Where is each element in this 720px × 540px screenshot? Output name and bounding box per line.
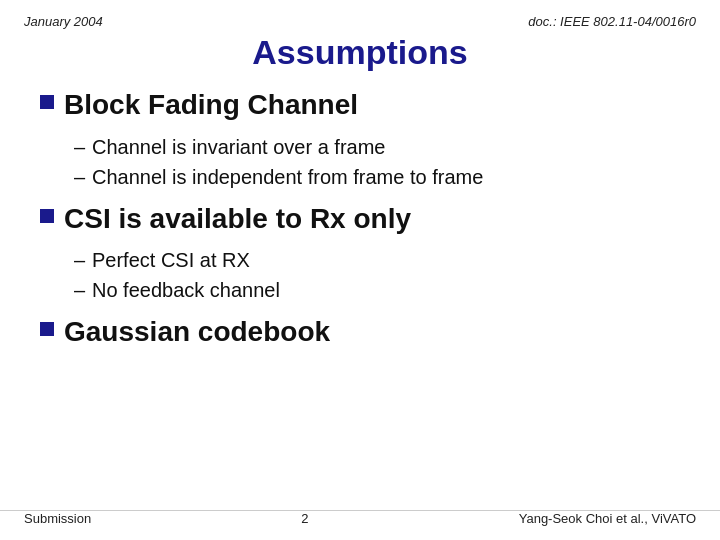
sub-bullet-2-2: No feedback channel bbox=[74, 275, 680, 305]
slide: January 2004 doc.: IEEE 802.11-04/0016r0… bbox=[0, 0, 720, 540]
bullet-text-3: Gaussian codebook bbox=[64, 315, 330, 349]
sub-bullet-2-1: Perfect CSI at RX bbox=[74, 245, 680, 275]
footer-submission: Submission bbox=[24, 511, 91, 526]
header-doc: doc.: IEEE 802.11-04/0016r0 bbox=[528, 14, 696, 29]
sub-bullet-1-2: Channel is independent from frame to fra… bbox=[74, 162, 680, 192]
slide-content: Assumptions Block Fading Channel Channel… bbox=[0, 33, 720, 349]
footer-page: 2 bbox=[301, 511, 308, 526]
bullet-item-csi: CSI is available to Rx only bbox=[40, 202, 680, 236]
sub-bullet-1-1: Channel is invariant over a frame bbox=[74, 132, 680, 162]
header-date: January 2004 bbox=[24, 14, 103, 29]
bullet-square-3 bbox=[40, 322, 54, 336]
sub-bullets-1: Channel is invariant over a frame Channe… bbox=[74, 132, 680, 192]
bullet-item-gaussian: Gaussian codebook bbox=[40, 315, 680, 349]
bullet-item-block-fading: Block Fading Channel bbox=[40, 88, 680, 122]
sub-bullets-2: Perfect CSI at RX No feedback channel bbox=[74, 245, 680, 305]
bullet-square-2 bbox=[40, 209, 54, 223]
bullet-square-1 bbox=[40, 95, 54, 109]
footer-author: Yang-Seok Choi et al., ViVATO bbox=[519, 511, 696, 526]
slide-footer: Submission 2 Yang-Seok Choi et al., ViVA… bbox=[0, 510, 720, 526]
slide-title: Assumptions bbox=[40, 33, 680, 72]
bullet-text-2: CSI is available to Rx only bbox=[64, 202, 411, 236]
slide-header: January 2004 doc.: IEEE 802.11-04/0016r0 bbox=[0, 0, 720, 33]
bullet-text-1: Block Fading Channel bbox=[64, 88, 358, 122]
